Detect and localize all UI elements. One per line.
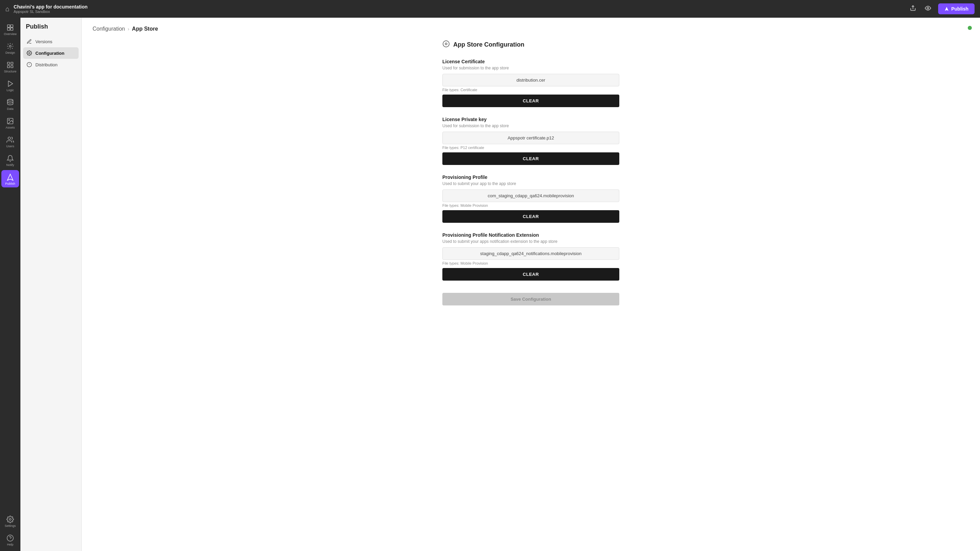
svg-rect-9 [11,66,13,68]
app-subtitle: Appspotr SL Sandbox [14,10,88,14]
sidebar-item-logic[interactable]: Logic [2,76,19,94]
form-section-prov-notif: Provisioning Profile Notification Extens… [442,232,619,281]
form-sub-prov-profile: Used to submit your app to the app store [442,181,619,186]
publish-button[interactable]: Publish [938,3,975,14]
preview-button[interactable] [923,3,933,14]
status-dot [968,26,972,30]
svg-rect-7 [11,62,13,64]
form-sub-license-key: Used for submission to the app store [442,124,619,128]
content-area: Configuration › App Store App Store Conf… [82,18,980,551]
form-label-license-cert: License Certificate [442,59,619,64]
breadcrumb-separator: › [127,26,129,32]
file-type-prov-notif: File types: Mobile Provision [442,261,619,265]
svg-rect-6 [8,62,10,64]
form-section-prov-profile: Provisioning Profile Used to submit your… [442,175,619,223]
file-type-license-key: File types: P12 certificate [442,146,619,150]
sidebar-item-help[interactable]: Help [2,531,19,548]
breadcrumb: Configuration › App Store [92,26,969,32]
svg-rect-8 [8,66,10,68]
config-header-title: App Store Configuration [453,41,524,48]
config-header: App Store Configuration [442,40,619,49]
form-label-license-key: License Private key [442,117,619,122]
form-sub-prov-notif: Used to submit your apps notification ex… [442,239,619,244]
export-button[interactable] [908,3,918,14]
nav-item-versions[interactable]: Versions [23,36,79,47]
config-header-icon [442,40,450,49]
file-display-license-cert: distribution.cer [442,74,619,86]
svg-point-15 [7,535,13,541]
sidebar-item-design[interactable]: Design [2,39,19,56]
clear-button-license-key[interactable]: CLEAR [442,152,619,165]
file-type-prov-profile: File types: Mobile Provision [442,203,619,208]
sidebar-item-overview[interactable]: Overview [2,21,19,38]
form-label-prov-notif: Provisioning Profile Notification Extens… [442,232,619,238]
form-section-license-key: License Private key Used for submission … [442,117,619,165]
app-name: Chavini's app for documentation [14,4,88,10]
sidebar-item-data[interactable]: Data [2,95,19,113]
nav-sidebar: Publish Versions Configuration Distribut… [21,18,82,551]
main-layout: Overview Design Structure Logic [0,18,980,551]
sidebar-item-users[interactable]: Users [2,133,19,150]
sidebar-item-settings[interactable]: Settings [2,512,19,530]
clear-button-prov-notif[interactable]: CLEAR [442,268,619,281]
nav-title: Publish [23,23,79,36]
svg-point-16 [29,52,30,54]
clear-button-license-cert[interactable]: CLEAR [442,95,619,107]
svg-point-13 [8,137,11,140]
svg-point-10 [8,99,13,102]
file-type-license-cert: File types: Certificate [442,88,619,92]
clear-button-prov-profile[interactable]: CLEAR [442,210,619,223]
form-section-license-cert: License Certificate Used for submission … [442,59,619,107]
svg-point-21 [445,43,447,45]
svg-rect-3 [8,28,10,30]
svg-rect-1 [8,25,10,27]
breadcrumb-current: App Store [132,26,158,32]
svg-point-14 [9,518,11,520]
svg-point-12 [8,119,10,121]
breadcrumb-parent[interactable]: Configuration [92,26,125,32]
nav-item-configuration[interactable]: Configuration [23,47,79,59]
svg-point-20 [443,41,449,47]
file-display-prov-profile: com_staging_cdapp_qa624.mobileprovision [442,189,619,202]
file-display-license-key: Appspotr certificate.p12 [442,132,619,144]
nav-item-distribution[interactable]: Distribution [23,59,79,70]
topbar-left: ⌂ Chavini's app for documentation Appspo… [5,4,88,14]
home-icon[interactable]: ⌂ [5,5,10,13]
icon-sidebar: Overview Design Structure Logic [0,18,21,551]
svg-rect-4 [11,28,13,30]
config-section: App Store Configuration License Certific… [442,40,619,305]
publish-label: Publish [951,6,969,11]
save-config-button[interactable]: Save Configuration [442,293,619,305]
svg-point-0 [927,7,929,9]
topbar-right: Publish [908,3,975,14]
file-display-prov-notif: staging_cdapp_qa624_notifications.mobile… [442,247,619,260]
svg-point-5 [9,45,11,47]
svg-rect-2 [11,25,13,27]
sidebar-item-notify[interactable]: Notify [2,151,19,169]
sidebar-item-publish[interactable]: Publish [2,170,19,187]
topbar: ⌂ Chavini's app for documentation Appspo… [0,0,980,18]
app-info: Chavini's app for documentation Appspotr… [14,4,88,14]
form-label-prov-profile: Provisioning Profile [442,175,619,180]
sidebar-item-assets[interactable]: Assets [2,114,19,131]
form-sub-license-cert: Used for submission to the app store [442,66,619,70]
sidebar-item-structure[interactable]: Structure [2,58,19,75]
